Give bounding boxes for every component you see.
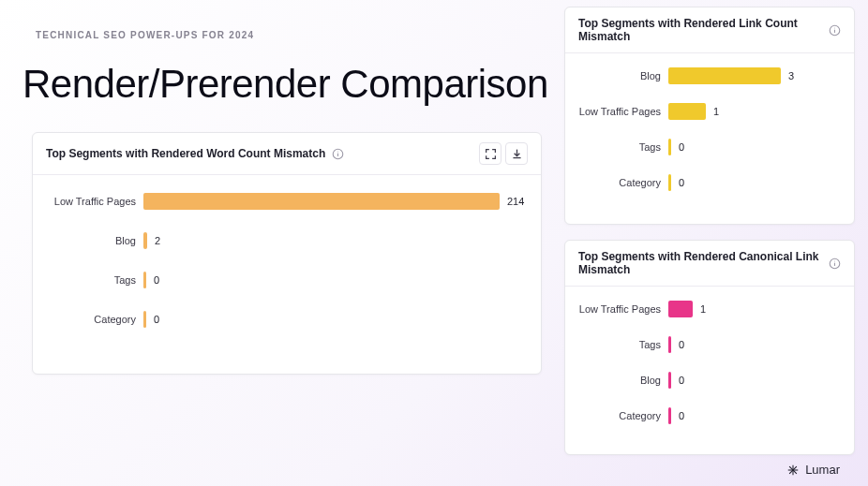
table-row: Category 0 <box>575 173 845 192</box>
bar-label: Tags <box>575 141 668 153</box>
bar-fill <box>668 67 781 84</box>
brand-icon <box>786 464 800 477</box>
panel-title-wrap: Top Segments with Rendered Link Count Mi… <box>578 17 841 43</box>
table-row: Category 0 <box>46 310 528 329</box>
bar-track: 214 <box>143 192 528 211</box>
svg-point-2 <box>337 151 338 152</box>
bar-track: 1 <box>668 102 845 121</box>
panel-title-wrap: Top Segments with Rendered Canonical Lin… <box>578 250 841 276</box>
expand-button[interactable] <box>479 142 501 165</box>
table-row: Tags 0 <box>575 335 845 354</box>
page-title: Render/Prerender Comparison <box>22 62 548 107</box>
bar-track: 3 <box>668 66 845 85</box>
bar-fill <box>668 301 693 317</box>
table-row: Blog 2 <box>46 231 528 250</box>
table-row: Tags 0 <box>46 271 528 289</box>
table-row: Blog 3 <box>575 66 845 85</box>
panel-actions <box>479 142 528 165</box>
bar-label: Tags <box>46 274 143 286</box>
bar-fill <box>668 372 671 389</box>
table-row: Category 0 <box>575 406 845 425</box>
info-icon[interactable] <box>829 23 841 37</box>
bar-label: Category <box>575 177 668 188</box>
info-icon[interactable] <box>829 257 841 270</box>
panel-header: Top Segments with Rendered Link Count Mi… <box>565 7 854 53</box>
brand-logo: Lumar <box>786 463 840 477</box>
bar-label: Low Traffic Pages <box>575 106 668 117</box>
canonical-panel: Top Segments with Rendered Canonical Lin… <box>564 240 855 455</box>
bar-value: 0 <box>679 410 684 421</box>
panel-header: Top Segments with Rendered Word Count Mi… <box>33 133 541 175</box>
brand-text: Lumar <box>805 463 840 477</box>
eyebrow-text: TECHNICAL SEO POWER-UPS FOR 2024 <box>36 30 254 40</box>
bar-label: Category <box>46 314 143 325</box>
panel-title: Top Segments with Rendered Link Count Mi… <box>578 17 823 43</box>
bar-fill <box>143 311 146 328</box>
panel-body: Low Traffic Pages 1 Tags 0 Blog 0 Catego… <box>565 287 854 438</box>
bar-track: 0 <box>143 271 528 289</box>
bar-label: Blog <box>575 375 668 386</box>
bar-track: 0 <box>668 406 845 425</box>
bar-track: 0 <box>143 310 528 329</box>
bar-fill <box>668 174 671 191</box>
bar-track: 0 <box>668 173 845 192</box>
bar-value: 2 <box>155 235 160 246</box>
panel-body: Blog 3 Low Traffic Pages 1 Tags 0 Catego… <box>565 53 854 205</box>
info-icon[interactable] <box>331 147 344 160</box>
bar-label: Low Traffic Pages <box>575 303 668 315</box>
bar-value: 0 <box>154 314 159 325</box>
bar-fill <box>143 272 146 288</box>
svg-point-9 <box>834 260 835 261</box>
download-button[interactable] <box>505 142 528 165</box>
bar-track: 0 <box>668 371 845 390</box>
panel-header: Top Segments with Rendered Canonical Lin… <box>565 241 854 287</box>
bar-label: Blog <box>46 235 143 246</box>
table-row: Tags 0 <box>575 138 845 156</box>
bar-fill <box>668 103 706 120</box>
bar-track: 2 <box>143 231 528 250</box>
bar-track: 0 <box>668 138 845 156</box>
bar-label: Blog <box>575 70 668 81</box>
bar-fill <box>143 232 147 249</box>
bar-label: Category <box>575 410 668 421</box>
bar-fill <box>668 139 671 155</box>
panel-title-wrap: Top Segments with Rendered Word Count Mi… <box>46 147 344 160</box>
bar-fill <box>143 193 500 210</box>
bar-value: 1 <box>700 303 706 315</box>
bar-value: 1 <box>713 106 719 117</box>
bar-value: 0 <box>679 375 684 386</box>
link-count-panel: Top Segments with Rendered Link Count Mi… <box>564 7 855 225</box>
panel-body: Low Traffic Pages 214 Blog 2 Tags 0 Cate… <box>33 175 541 344</box>
bar-value: 0 <box>679 339 684 350</box>
bar-label: Tags <box>575 339 668 350</box>
bar-value: 0 <box>679 177 684 188</box>
bar-value: 0 <box>679 141 684 153</box>
bar-label: Low Traffic Pages <box>46 196 143 207</box>
table-row: Blog 0 <box>575 371 845 390</box>
panel-title: Top Segments with Rendered Canonical Lin… <box>578 250 823 276</box>
bar-track: 1 <box>668 300 845 318</box>
table-row: Low Traffic Pages 1 <box>575 102 845 121</box>
bar-track: 0 <box>668 335 845 354</box>
bar-value: 214 <box>507 196 524 207</box>
word-count-panel: Top Segments with Rendered Word Count Mi… <box>32 132 542 375</box>
table-row: Low Traffic Pages 1 <box>575 300 845 318</box>
bar-fill <box>668 407 671 424</box>
table-row: Low Traffic Pages 214 <box>46 192 528 211</box>
bar-value: 0 <box>154 274 159 286</box>
svg-point-6 <box>834 27 835 28</box>
panel-title: Top Segments with Rendered Word Count Mi… <box>46 147 325 160</box>
bar-fill <box>668 336 671 353</box>
bar-value: 3 <box>788 70 794 81</box>
